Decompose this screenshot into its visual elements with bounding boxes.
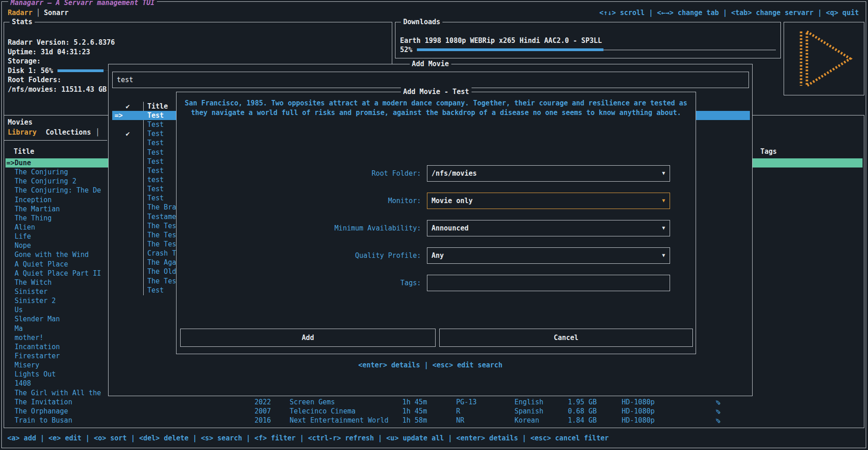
disk-usage-label: Disk 1: 56% — [8, 66, 53, 76]
uptime: Uptime: 31d 04:31:23 — [8, 47, 388, 57]
form-row-monitor: Monitor: Movie only ▼ — [177, 193, 696, 209]
selected-arrow-icon: => — [114, 111, 123, 120]
movie-studio: Screen Gems — [290, 398, 335, 407]
result-title: Test — [147, 138, 164, 147]
tab-sonarr[interactable]: Sonarr — [44, 9, 68, 17]
movie-year: 2007 — [255, 407, 271, 416]
movie-title: The Thing — [15, 214, 52, 222]
minimum-availability-label: Minimum Availability: — [186, 220, 421, 236]
quality-profile-dropdown[interactable]: Any ▼ — [427, 247, 670, 264]
result-title: Test — [147, 129, 164, 138]
column-header-title: Title — [14, 147, 34, 156]
edit-pencil-icon[interactable]: ✎ — [715, 416, 721, 425]
movie-language: Spanish — [515, 407, 543, 416]
add-movie-modal-title: Add Movie - Test — [401, 87, 472, 96]
result-title: The Aga' — [147, 258, 180, 267]
tab-separator: │ — [32, 9, 44, 17]
movie-title: Sinister — [15, 288, 47, 296]
result-title: The Test — [147, 230, 180, 240]
movie-title: Inception — [15, 196, 52, 204]
movie-title: The Girl with All the — [15, 389, 101, 397]
header-keybindings: <↑↓> scroll | <←→> change tab | <tab> ch… — [599, 9, 859, 17]
result-title: Crash Te — [147, 249, 180, 258]
movie-title: The Witch — [15, 278, 52, 287]
form-row-root-folder: Root Folder: /nfs/movies ▼ — [177, 165, 696, 182]
movie-quality-profile: HD-1080p — [622, 407, 655, 416]
movie-title: The Invitation — [15, 398, 72, 406]
form-row-tags: Tags: — [177, 275, 696, 291]
movie-title: Alien — [15, 223, 35, 231]
selected-arrow-icon: => — [6, 158, 15, 167]
movie-title: Sinister 2 — [15, 297, 56, 305]
search-input-value: test — [117, 76, 133, 84]
monitored-check-icon: ✔ — [112, 129, 143, 138]
managarr-logo-icon — [788, 25, 861, 93]
movie-title: 1408 — [15, 379, 31, 387]
movie-title: Nope — [15, 241, 31, 250]
movie-title: Incantation — [15, 343, 60, 351]
movie-runtime: 1h 58m — [402, 416, 427, 425]
result-title: Test — [147, 148, 164, 157]
servarr-tabs: Radarr│Sonarr — [8, 9, 68, 17]
movie-size: 1.84 GB — [568, 416, 597, 425]
chevron-down-icon: ▼ — [662, 248, 665, 263]
tab-library[interactable]: Library — [8, 128, 36, 136]
movie-title: Train to Busan — [15, 416, 72, 424]
cancel-button-label: Cancel — [554, 334, 578, 342]
download-percent-label: 52% — [400, 46, 412, 54]
movie-list-row[interactable]: Train to Busan 2016 Next Entertainment W… — [5, 416, 863, 425]
add-button[interactable]: Add — [180, 329, 436, 347]
movie-search-input[interactable]: test — [112, 72, 749, 88]
movie-title: The Conjuring — [15, 168, 68, 176]
movie-quality-profile: HD-1080p — [622, 416, 655, 425]
movie-title: Life — [15, 232, 31, 241]
root-folder-dropdown[interactable]: /nfs/movies ▼ — [427, 165, 670, 182]
movie-title: Dune — [15, 159, 31, 167]
tab-radarr[interactable]: Radarr — [8, 9, 32, 17]
chevron-down-icon: ▼ — [662, 193, 665, 209]
result-title: Test — [147, 157, 164, 166]
movie-title: Gone with the Wind — [15, 251, 89, 259]
edit-pencil-icon[interactable]: ✎ — [715, 407, 721, 416]
quality-profile-label: Quality Profile: — [186, 247, 421, 264]
movie-title: The Conjuring: The De — [15, 186, 101, 194]
movie-list-row[interactable]: The Orphanage 2007 Telecinco Cinema 1h 4… — [5, 407, 863, 416]
minimum-availability-dropdown[interactable]: Announced ▼ — [427, 220, 670, 236]
movie-rating: PG-13 — [456, 398, 477, 407]
add-movie-modal: Add Movie - Test San Francisco, 1985. Tw… — [176, 92, 696, 354]
movie-title: The Conjuring 2 — [15, 177, 76, 185]
result-title: Test — [147, 120, 164, 129]
movie-language: English — [515, 398, 543, 407]
monitor-value: Movie only — [431, 197, 473, 205]
result-title: The Old — [147, 267, 176, 276]
results-column-title: Title — [147, 102, 168, 111]
monitor-dropdown[interactable]: Movie only ▼ — [427, 193, 670, 209]
movie-runtime: 1h 45m — [402, 398, 427, 407]
movie-year: 2016 — [255, 416, 271, 425]
cancel-button[interactable]: Cancel — [439, 329, 693, 347]
logo-panel — [784, 22, 864, 95]
download-item-title: Earth 1998 1080p WEBRip x265 Hindi AAC2.… — [400, 36, 776, 45]
footer-keybindings: <a> add | <e> edit | <o> sort | <del> de… — [7, 434, 609, 442]
tags-input[interactable] — [427, 275, 670, 291]
result-title: Test — [147, 111, 164, 120]
movie-title: Misery — [15, 361, 39, 369]
movie-quality-profile: HD-1080p — [622, 398, 655, 407]
movie-list-row[interactable]: The Invitation 2022 Screen Gems 1h 45m P… — [5, 398, 863, 407]
result-title: The Test — [147, 240, 180, 249]
tab-collections[interactable]: Collections — [46, 128, 91, 136]
movie-rating: NR — [456, 416, 464, 425]
result-title: Test — [147, 286, 164, 295]
stats-panel-title: Stats — [10, 17, 35, 26]
downloads-panel: Downloads Earth 1998 1080p WEBRip x265 H… — [395, 22, 781, 58]
movie-studio: Telecinco Cinema — [290, 407, 356, 416]
download-progress-row: 52% — [400, 46, 776, 54]
movie-title: A Quiet Place — [15, 260, 68, 268]
downloads-panel-title: Downloads — [401, 17, 442, 26]
movies-tabs-underline — [4, 140, 107, 141]
edit-pencil-icon[interactable]: ✎ — [715, 398, 721, 407]
movie-runtime: 1h 45m — [402, 407, 427, 416]
column-header-tags: Tags — [760, 147, 777, 156]
movie-studio: Next Entertainment World — [290, 416, 389, 425]
tags-label: Tags: — [186, 275, 421, 291]
